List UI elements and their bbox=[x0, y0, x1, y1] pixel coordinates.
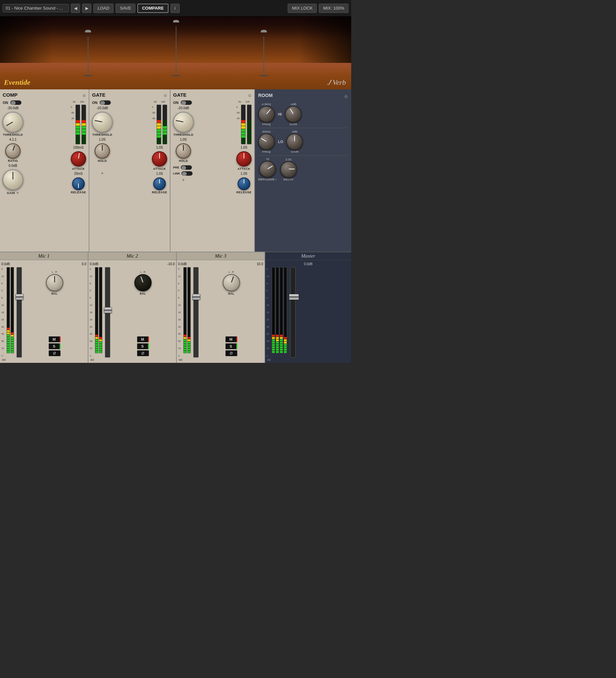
gate1-on-switch[interactable] bbox=[100, 100, 111, 105]
jverb-logo: 𝐽 Verb bbox=[328, 78, 346, 87]
room-hi-gain-knob[interactable] bbox=[285, 106, 302, 122]
mic3-fader-track bbox=[193, 267, 199, 357]
room-lo-freq-label: FREQ bbox=[262, 150, 270, 153]
comp-gain-plus-icon[interactable]: + bbox=[16, 190, 19, 195]
mic1-vu-right bbox=[11, 267, 14, 353]
mic1-s-button[interactable]: S bbox=[49, 343, 61, 349]
mic2-phi-button[interactable]: Ø bbox=[137, 350, 149, 356]
comp-gain-knob[interactable] bbox=[3, 170, 23, 190]
mic3-phi-button[interactable]: Ø bbox=[225, 350, 237, 356]
mic3-pan-val: 10.0 bbox=[257, 262, 263, 266]
gate1-title: GATE bbox=[92, 92, 106, 98]
nav-next-button[interactable]: ▶ bbox=[82, 4, 91, 13]
mic1-bal-label: BAL bbox=[51, 292, 57, 295]
gate1-gr-label: GR bbox=[161, 100, 165, 103]
gate2-on-switch[interactable] bbox=[181, 100, 192, 105]
gate1-plus-icon[interactable]: + bbox=[92, 171, 113, 176]
room-gear-icon[interactable]: ⚙ bbox=[344, 95, 348, 99]
gate2-attack-label: ATTACK bbox=[238, 167, 251, 171]
gate1-section: GATE ⚙ ON -20.0dB THRESHOLD 1.0S bbox=[89, 89, 170, 252]
room-decay-knob[interactable] bbox=[280, 161, 297, 178]
gate2-hold-knob[interactable] bbox=[176, 143, 191, 159]
comp-threshold-val: -30.0dB bbox=[3, 106, 23, 110]
gate2-section: GATE ⚙ ON -20.0dB THRESHOLD 1.0S bbox=[170, 89, 255, 252]
room-diffusion-label: DIFFUSION bbox=[258, 178, 274, 181]
mic2-level-val: 0.0dB bbox=[90, 262, 98, 266]
gate2-attack-val: 1.0S bbox=[241, 146, 247, 149]
mic1-db-bottom: -60 bbox=[1, 358, 86, 362]
mic3-fader[interactable] bbox=[192, 294, 200, 300]
mic2-bal-knob[interactable] bbox=[134, 274, 152, 291]
gate2-gear-icon[interactable]: ⚙ bbox=[248, 93, 252, 98]
mic1-m-button[interactable]: M bbox=[49, 336, 61, 342]
room-visualization: Eventide 𝐽 Verb bbox=[0, 16, 351, 89]
gate1-gear-icon[interactable]: ⚙ bbox=[163, 93, 167, 98]
comp-ratio-knob[interactable] bbox=[5, 143, 21, 159]
mic2-fader[interactable] bbox=[104, 307, 112, 313]
mic2-m-button[interactable]: M bbox=[137, 336, 149, 342]
mix-pct-button[interactable]: MIX: 100% bbox=[319, 4, 349, 13]
mic2-fader-track bbox=[105, 267, 110, 357]
eventide-logo: Eventide bbox=[4, 78, 30, 87]
master-fader[interactable] bbox=[289, 294, 299, 300]
room-diffusion-val: 70 bbox=[266, 158, 269, 161]
mic2-vu-left bbox=[95, 267, 98, 353]
mic1-fader-track bbox=[16, 267, 22, 357]
mic-stand-1 bbox=[88, 36, 88, 76]
compare-button[interactable]: COMPARE bbox=[138, 4, 168, 13]
comp-gear-icon[interactable]: ⚙ bbox=[82, 93, 86, 98]
gate2-attack-knob[interactable] bbox=[236, 151, 252, 166]
comp-gr-label: GR bbox=[80, 100, 84, 103]
mic2-vu-right bbox=[99, 267, 102, 353]
gate1-release-knob[interactable] bbox=[153, 178, 166, 190]
nav-prev-button[interactable]: ◀ bbox=[71, 4, 80, 13]
gate1-hold-knob[interactable] bbox=[95, 143, 110, 159]
mic1-fader[interactable] bbox=[15, 294, 24, 300]
gate2-threshold-knob[interactable] bbox=[173, 112, 194, 133]
gate2-link-switch[interactable] bbox=[181, 171, 193, 176]
comp-attack-knob[interactable] bbox=[71, 151, 86, 166]
load-button[interactable]: LOAD bbox=[93, 4, 114, 13]
room-lo-gain-label: GAIN bbox=[291, 150, 299, 153]
preset-name[interactable]: 01 - Nice Chamber Sound - ... bbox=[3, 4, 69, 12]
mic3-bal-label: BAL bbox=[228, 292, 234, 295]
comp-in-label: IN bbox=[73, 100, 75, 103]
mic2-bal-label: BAL bbox=[140, 292, 146, 295]
room-diffusion-knob[interactable] bbox=[259, 161, 276, 178]
gate1-threshold-val: -20.0dB bbox=[92, 106, 113, 110]
gate2-threshold-label: THRESHOLD bbox=[174, 133, 194, 137]
room-lo-freq-knob[interactable] bbox=[258, 134, 275, 150]
room-diffusion-dot[interactable]: ● bbox=[275, 178, 277, 181]
comp-threshold-knob[interactable] bbox=[3, 112, 23, 133]
gate2-plus-icon[interactable]: + bbox=[173, 177, 194, 182]
gate1-attack-knob[interactable] bbox=[152, 151, 167, 166]
mic1-phi-button[interactable]: Ø bbox=[49, 350, 61, 356]
gate1-hold-val: 1.0S bbox=[92, 138, 113, 141]
comp-gr-meter bbox=[81, 105, 86, 144]
room-lo-gain-knob[interactable] bbox=[286, 134, 303, 150]
save-button[interactable]: SAVE bbox=[116, 4, 136, 13]
comp-section: COMP ⚙ ON -30.0dB THRESHOLD bbox=[0, 89, 89, 252]
comp-on-switch[interactable] bbox=[10, 100, 22, 105]
mic1-bal-knob[interactable] bbox=[46, 274, 63, 291]
mic3-m-button[interactable]: M bbox=[225, 336, 237, 342]
gate1-release-label: RELEASE bbox=[152, 191, 167, 194]
gate2-release-knob[interactable] bbox=[238, 178, 250, 190]
mix-lock-button[interactable]: MIX LOCK bbox=[287, 4, 317, 13]
gate1-attack-label: ATTACK bbox=[153, 167, 166, 171]
gate2-on-label: ON bbox=[173, 101, 179, 105]
mic3-s-button[interactable]: S bbox=[225, 343, 237, 349]
gate1-threshold-knob[interactable] bbox=[92, 112, 113, 133]
comp-release-val: 20mS bbox=[74, 172, 83, 176]
master-title: Master bbox=[265, 252, 351, 260]
mic3-bal-knob[interactable] bbox=[223, 274, 240, 291]
master-vu-l2 bbox=[276, 267, 279, 353]
mic2-s-button[interactable]: S bbox=[137, 343, 149, 349]
gate2-pre-switch[interactable] bbox=[181, 165, 192, 170]
master-level-val: 0.0dB bbox=[304, 262, 312, 266]
room-hi-freq-knob[interactable] bbox=[258, 106, 275, 122]
comp-on-label: ON bbox=[3, 101, 8, 105]
gate1-gr-meter bbox=[162, 105, 167, 144]
comp-release-knob[interactable] bbox=[72, 178, 85, 190]
info-button[interactable]: i bbox=[170, 4, 180, 13]
